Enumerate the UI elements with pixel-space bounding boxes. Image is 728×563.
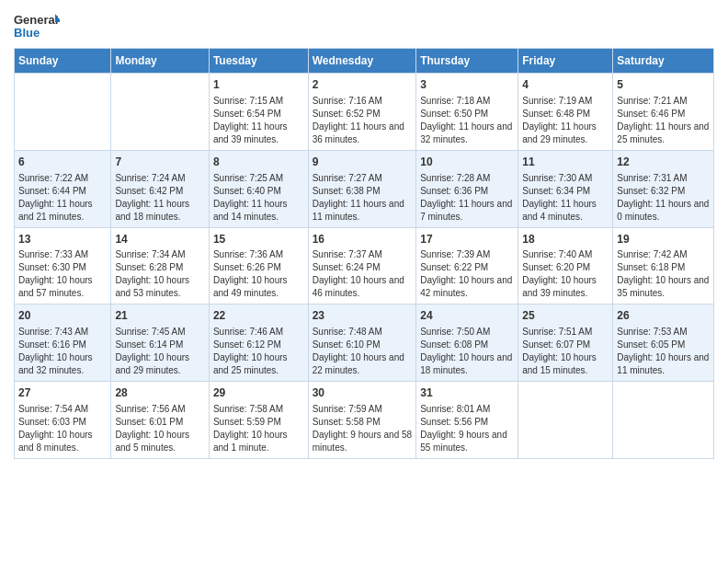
calendar-cell: 7Sunrise: 7:24 AM Sunset: 6:42 PM Daylig… [111, 150, 209, 227]
day-number: 3 [420, 77, 514, 93]
calendar-cell: 21Sunrise: 7:45 AM Sunset: 6:14 PM Dayli… [111, 304, 209, 382]
day-info: Sunrise: 7:24 AM Sunset: 6:42 PM Dayligh… [115, 172, 204, 224]
day-number: 19 [617, 232, 710, 247]
day-number: 27 [18, 385, 107, 401]
day-info: Sunrise: 7:45 AM Sunset: 6:14 PM Dayligh… [115, 326, 204, 377]
day-number: 20 [18, 308, 107, 324]
logo-svg: General Blue [14, 9, 60, 44]
calendar-cell: 26Sunrise: 7:53 AM Sunset: 6:05 PM Dayli… [613, 304, 714, 382]
header-row: SundayMondayTuesdayWednesdayThursdayFrid… [15, 49, 714, 74]
calendar-cell: 16Sunrise: 7:37 AM Sunset: 6:24 PM Dayli… [308, 227, 416, 304]
calendar-cell: 12Sunrise: 7:31 AM Sunset: 6:32 PM Dayli… [613, 150, 714, 227]
calendar-cell: 28Sunrise: 7:56 AM Sunset: 6:01 PM Dayli… [111, 382, 209, 459]
day-info: Sunrise: 7:15 AM Sunset: 6:54 PM Dayligh… [213, 95, 304, 146]
calendar-cell: 30Sunrise: 7:59 AM Sunset: 5:58 PM Dayli… [308, 382, 416, 459]
calendar-cell [111, 74, 209, 151]
calendar-cell: 19Sunrise: 7:42 AM Sunset: 6:18 PM Dayli… [613, 227, 714, 304]
calendar-cell: 22Sunrise: 7:46 AM Sunset: 6:12 PM Dayli… [209, 304, 308, 382]
calendar-cell: 3Sunrise: 7:18 AM Sunset: 6:50 PM Daylig… [416, 74, 518, 151]
header-cell-friday: Friday [518, 49, 613, 74]
day-number: 24 [420, 308, 514, 324]
day-number: 16 [313, 232, 413, 247]
week-row-3: 13Sunrise: 7:33 AM Sunset: 6:30 PM Dayli… [15, 227, 714, 304]
calendar-cell [613, 382, 714, 459]
day-info: Sunrise: 7:56 AM Sunset: 6:01 PM Dayligh… [115, 403, 204, 454]
day-info: Sunrise: 7:37 AM Sunset: 6:24 PM Dayligh… [313, 248, 413, 300]
calendar-cell: 23Sunrise: 7:48 AM Sunset: 6:10 PM Dayli… [308, 304, 416, 382]
calendar-table: SundayMondayTuesdayWednesdayThursdayFrid… [14, 48, 714, 459]
calendar-body: 1Sunrise: 7:15 AM Sunset: 6:54 PM Daylig… [15, 74, 714, 459]
day-info: Sunrise: 7:31 AM Sunset: 6:32 PM Dayligh… [617, 172, 710, 224]
day-number: 6 [18, 155, 107, 170]
calendar-cell: 18Sunrise: 7:40 AM Sunset: 6:20 PM Dayli… [518, 227, 613, 304]
day-number: 29 [213, 385, 304, 401]
day-number: 10 [420, 155, 514, 170]
day-info: Sunrise: 7:59 AM Sunset: 5:58 PM Dayligh… [313, 403, 413, 454]
day-info: Sunrise: 7:58 AM Sunset: 5:59 PM Dayligh… [213, 403, 304, 454]
day-number: 9 [313, 155, 413, 170]
day-number: 12 [617, 155, 710, 170]
day-number: 17 [420, 232, 514, 247]
day-number: 13 [18, 232, 107, 247]
day-info: Sunrise: 7:28 AM Sunset: 6:36 PM Dayligh… [420, 172, 514, 224]
day-number: 18 [522, 232, 609, 247]
day-info: Sunrise: 7:51 AM Sunset: 6:07 PM Dayligh… [522, 326, 609, 377]
day-number: 7 [115, 155, 204, 170]
day-number: 15 [213, 232, 304, 247]
calendar-cell: 9Sunrise: 7:27 AM Sunset: 6:38 PM Daylig… [308, 150, 416, 227]
day-info: Sunrise: 8:01 AM Sunset: 5:56 PM Dayligh… [420, 403, 514, 454]
header-cell-thursday: Thursday [416, 49, 518, 74]
day-info: Sunrise: 7:42 AM Sunset: 6:18 PM Dayligh… [617, 248, 710, 300]
day-info: Sunrise: 7:30 AM Sunset: 6:34 PM Dayligh… [522, 172, 609, 224]
day-info: Sunrise: 7:50 AM Sunset: 6:08 PM Dayligh… [420, 326, 514, 377]
day-number: 25 [522, 308, 609, 324]
day-number: 2 [313, 77, 413, 93]
day-info: Sunrise: 7:19 AM Sunset: 6:48 PM Dayligh… [522, 95, 609, 146]
day-info: Sunrise: 7:34 AM Sunset: 6:28 PM Dayligh… [115, 248, 204, 300]
calendar-cell: 25Sunrise: 7:51 AM Sunset: 6:07 PM Dayli… [518, 304, 613, 382]
calendar-cell [518, 382, 613, 459]
day-number: 31 [420, 385, 514, 401]
calendar-cell: 13Sunrise: 7:33 AM Sunset: 6:30 PM Dayli… [15, 227, 111, 304]
day-info: Sunrise: 7:36 AM Sunset: 6:26 PM Dayligh… [213, 248, 304, 300]
day-info: Sunrise: 7:33 AM Sunset: 6:30 PM Dayligh… [18, 248, 107, 300]
day-info: Sunrise: 7:53 AM Sunset: 6:05 PM Dayligh… [617, 326, 710, 377]
day-number: 5 [617, 77, 710, 93]
calendar-cell: 5Sunrise: 7:21 AM Sunset: 6:46 PM Daylig… [613, 74, 714, 151]
day-info: Sunrise: 7:46 AM Sunset: 6:12 PM Dayligh… [213, 326, 304, 377]
calendar-cell: 29Sunrise: 7:58 AM Sunset: 5:59 PM Dayli… [209, 382, 308, 459]
calendar-cell: 8Sunrise: 7:25 AM Sunset: 6:40 PM Daylig… [209, 150, 308, 227]
week-row-5: 27Sunrise: 7:54 AM Sunset: 6:03 PM Dayli… [15, 382, 714, 459]
day-number: 14 [115, 232, 204, 247]
header-cell-wednesday: Wednesday [308, 49, 416, 74]
day-info: Sunrise: 7:40 AM Sunset: 6:20 PM Dayligh… [522, 248, 609, 300]
calendar-cell: 10Sunrise: 7:28 AM Sunset: 6:36 PM Dayli… [416, 150, 518, 227]
svg-text:General: General [14, 13, 58, 27]
day-info: Sunrise: 7:27 AM Sunset: 6:38 PM Dayligh… [313, 172, 413, 224]
svg-text:Blue: Blue [14, 26, 40, 40]
week-row-2: 6Sunrise: 7:22 AM Sunset: 6:44 PM Daylig… [15, 150, 714, 227]
calendar-cell [15, 74, 111, 151]
week-row-4: 20Sunrise: 7:43 AM Sunset: 6:16 PM Dayli… [15, 304, 714, 382]
day-number: 23 [313, 308, 413, 324]
day-info: Sunrise: 7:54 AM Sunset: 6:03 PM Dayligh… [18, 403, 107, 454]
day-number: 8 [213, 155, 304, 170]
header-cell-sunday: Sunday [15, 49, 111, 74]
calendar-cell: 20Sunrise: 7:43 AM Sunset: 6:16 PM Dayli… [15, 304, 111, 382]
calendar-cell: 1Sunrise: 7:15 AM Sunset: 6:54 PM Daylig… [209, 74, 308, 151]
day-info: Sunrise: 7:21 AM Sunset: 6:46 PM Dayligh… [617, 95, 710, 146]
page-header: General Blue [14, 9, 714, 44]
calendar-cell: 6Sunrise: 7:22 AM Sunset: 6:44 PM Daylig… [15, 150, 111, 227]
calendar-cell: 15Sunrise: 7:36 AM Sunset: 6:26 PM Dayli… [209, 227, 308, 304]
day-info: Sunrise: 7:25 AM Sunset: 6:40 PM Dayligh… [213, 172, 304, 224]
day-number: 1 [213, 77, 304, 93]
day-info: Sunrise: 7:16 AM Sunset: 6:52 PM Dayligh… [313, 95, 413, 146]
day-number: 21 [115, 308, 204, 324]
calendar-cell: 31Sunrise: 8:01 AM Sunset: 5:56 PM Dayli… [416, 382, 518, 459]
calendar-cell: 4Sunrise: 7:19 AM Sunset: 6:48 PM Daylig… [518, 74, 613, 151]
day-number: 22 [213, 308, 304, 324]
day-info: Sunrise: 7:48 AM Sunset: 6:10 PM Dayligh… [313, 326, 413, 377]
calendar-header: SundayMondayTuesdayWednesdayThursdayFrid… [15, 49, 714, 74]
calendar-cell: 11Sunrise: 7:30 AM Sunset: 6:34 PM Dayli… [518, 150, 613, 227]
day-info: Sunrise: 7:39 AM Sunset: 6:22 PM Dayligh… [420, 248, 514, 300]
